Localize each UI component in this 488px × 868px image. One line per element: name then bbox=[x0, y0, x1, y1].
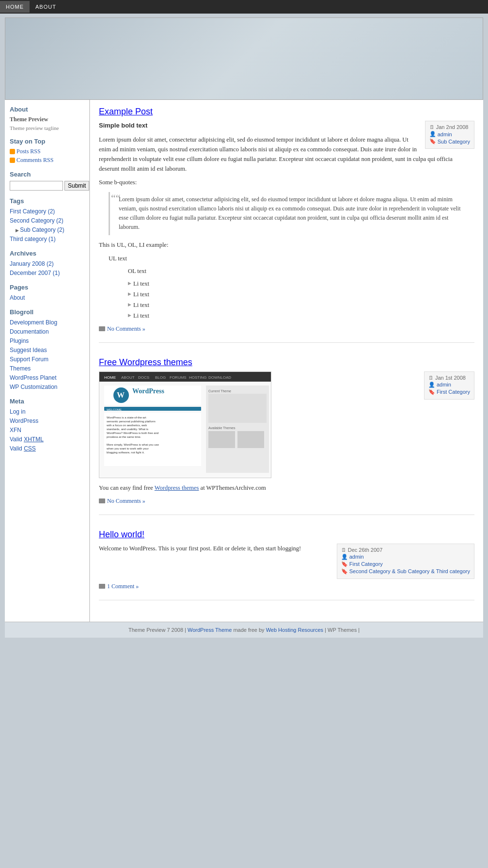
post-intro-text: Lorem ipsum dolor sit amet, consectetur … bbox=[99, 135, 474, 174]
wp-screenshot-svg: HOME ABOUT DOCS BLOG FORUMS HOSTING DOWN… bbox=[99, 372, 271, 478]
post-hello-world: Hello world! 🗓 Dec 26th 2007 👤 admin 🔖 F… bbox=[99, 530, 474, 600]
list-item: Second Category (2) bbox=[10, 217, 84, 225]
post-footer-3: 1 Comment » bbox=[99, 583, 474, 590]
list-item: WordPress Planet bbox=[10, 374, 84, 382]
author-link-3[interactable]: admin bbox=[349, 554, 364, 560]
user-icon: 👤 bbox=[429, 131, 436, 137]
tag-first-category[interactable]: First Category (2) bbox=[10, 208, 55, 215]
svg-text:WordPress: WordPress bbox=[132, 387, 164, 395]
svg-text:HOME: HOME bbox=[104, 375, 116, 380]
footer-wp-theme-link[interactable]: WordPress Theme bbox=[188, 627, 232, 633]
category-link-2[interactable]: First Category bbox=[437, 389, 470, 395]
post-title-link-2[interactable]: Free Wordpress themes bbox=[99, 357, 192, 367]
calendar-icon: 🗓 bbox=[429, 124, 435, 130]
category-link[interactable]: Sub Category bbox=[438, 139, 470, 145]
user-icon-3: 👤 bbox=[341, 554, 348, 560]
blogroll-plugins[interactable]: Plugins bbox=[10, 338, 29, 344]
archive-dec-2007[interactable]: December 2007 (1) bbox=[10, 270, 60, 276]
post-title-link[interactable]: Example Post bbox=[99, 107, 153, 116]
user-icon-2: 👤 bbox=[428, 382, 435, 388]
tags-heading: Tags bbox=[10, 197, 84, 205]
blogroll-heading: Blogroll bbox=[10, 308, 84, 316]
post-title-link-3[interactable]: Hello world! bbox=[99, 530, 144, 539]
list-item: Plugins bbox=[10, 337, 84, 345]
post-author-2: 👤 admin bbox=[428, 382, 470, 388]
svg-text:standards, and usability. What: standards, and usability. What is bbox=[107, 428, 148, 431]
meta-login[interactable]: Log in bbox=[10, 408, 26, 415]
list-item: Support Forum bbox=[10, 355, 84, 363]
tag-second-category[interactable]: Second Category (2) bbox=[10, 217, 63, 224]
comments-rss-anchor[interactable]: Comments RSS bbox=[16, 157, 53, 164]
archives-heading: Archives bbox=[10, 250, 84, 257]
svg-rect-18 bbox=[237, 431, 264, 448]
author-link-2[interactable]: admin bbox=[437, 382, 451, 387]
archive-jan-2008[interactable]: January 2008 (2) bbox=[10, 260, 54, 267]
footer-hosting-link[interactable]: Web Hosting Resources bbox=[266, 627, 323, 633]
svg-rect-17 bbox=[208, 431, 235, 448]
comment-icon bbox=[99, 326, 105, 331]
post-body-text-2: You can easy find free Wordpress themes … bbox=[99, 483, 474, 493]
archives-list: January 2008 (2) December 2007 (1) bbox=[10, 260, 84, 277]
li-item: Li text bbox=[128, 300, 474, 310]
list-item: Log in bbox=[10, 408, 84, 416]
author-link[interactable]: admin bbox=[438, 131, 452, 137]
svg-text:DOWNLOAD: DOWNLOAD bbox=[208, 375, 231, 380]
wp-themes-link[interactable]: Wordpress themes bbox=[155, 484, 199, 491]
svg-text:BLOG: BLOG bbox=[155, 375, 166, 380]
svg-text:More simply, WordPress is what: More simply, WordPress is what you use bbox=[107, 443, 159, 446]
post-category-3a: 🔖 First Category bbox=[341, 561, 470, 567]
tag-icon: 🔖 bbox=[429, 138, 436, 145]
svg-text:W: W bbox=[117, 391, 125, 399]
list-item: January 2008 (2) bbox=[10, 260, 84, 268]
comment-link[interactable]: No Comments » bbox=[99, 325, 474, 333]
comment-link-2[interactable]: No Comments » bbox=[99, 498, 474, 505]
svg-text:Available Themes: Available Themes bbox=[208, 426, 236, 430]
comments-rss-link[interactable]: Comments RSS bbox=[10, 157, 84, 164]
meta-valid-xhtml[interactable]: Valid XHTML bbox=[10, 436, 44, 443]
svg-text:Current Theme: Current Theme bbox=[208, 389, 231, 393]
blogroll-themes[interactable]: Themes bbox=[10, 365, 31, 372]
search-button[interactable]: Go bbox=[64, 181, 89, 191]
post-category: 🔖 Sub Category bbox=[429, 138, 470, 145]
svg-text:semantic personal publishing p: semantic personal publishing platform bbox=[107, 420, 156, 423]
comment-link-3[interactable]: 1 Comment » bbox=[99, 583, 474, 590]
meta-xfn[interactable]: XFN bbox=[10, 427, 21, 434]
blogroll-support-forum[interactable]: Support Forum bbox=[10, 356, 48, 363]
meta-valid-css[interactable]: Valid CSS bbox=[10, 445, 36, 452]
meta-wordpress[interactable]: WordPress bbox=[10, 418, 38, 424]
list-item: WP Customization bbox=[10, 383, 84, 391]
list-item: About bbox=[10, 294, 84, 302]
page-about[interactable]: About bbox=[10, 294, 25, 301]
list-item: Third category (1) bbox=[10, 235, 84, 243]
blogroll-suggest-ideas[interactable]: Suggest Ideas bbox=[10, 347, 47, 354]
nav-home[interactable]: HOME bbox=[0, 1, 30, 13]
blogroll-documentation[interactable]: Documentation bbox=[10, 328, 49, 335]
search-input[interactable] bbox=[10, 181, 63, 191]
theme-preview-label: Theme Preview bbox=[10, 116, 84, 123]
tag-icon-3: 🔖 bbox=[341, 561, 348, 567]
list-section: UL text OL text Li text Li text Li text … bbox=[99, 254, 474, 321]
posts-rss-anchor[interactable]: Posts RSS bbox=[16, 148, 41, 155]
post-example: Example Post 🗓 Jan 2nd 2008 👤 admin 🔖 Su… bbox=[99, 107, 474, 343]
category-link-3b[interactable]: Second Category & Sub Category & Third c… bbox=[349, 568, 470, 574]
blogroll-wp-customization[interactable]: WP Customization bbox=[10, 384, 57, 390]
comment-icon-2 bbox=[99, 498, 105, 503]
svg-rect-15 bbox=[208, 394, 267, 423]
tag-third-category[interactable]: Third category (1) bbox=[10, 236, 56, 242]
blogroll-wp-planet[interactable]: WordPress Planet bbox=[10, 374, 57, 381]
category-link-3a[interactable]: First Category bbox=[349, 561, 383, 567]
footer-text-1: Theme Preview 7 2008 | bbox=[128, 627, 186, 633]
main-content: Example Post 🗓 Jan 2nd 2008 👤 admin 🔖 Su… bbox=[90, 100, 483, 622]
post-footer-2: No Comments » bbox=[99, 498, 474, 505]
rss-icon-2 bbox=[10, 158, 15, 163]
posts-rss-link[interactable]: Posts RSS bbox=[10, 148, 84, 155]
nav-about[interactable]: ABOUT bbox=[30, 1, 62, 13]
list-item: Valid CSS bbox=[10, 445, 84, 452]
meta-heading: Meta bbox=[10, 398, 84, 405]
page-wrapper: About Theme Preview Theme preview taglin… bbox=[5, 100, 483, 622]
svg-text:HOSTING: HOSTING bbox=[189, 375, 206, 380]
tag-sub-category[interactable]: Sub Category (2) bbox=[20, 226, 64, 233]
blogroll-dev-blog[interactable]: Development Blog bbox=[10, 319, 57, 326]
post-body: Simple bold text Lorem ipsum dolor sit a… bbox=[99, 121, 474, 321]
list-label: This is UL, OL, LI example: bbox=[99, 240, 474, 250]
